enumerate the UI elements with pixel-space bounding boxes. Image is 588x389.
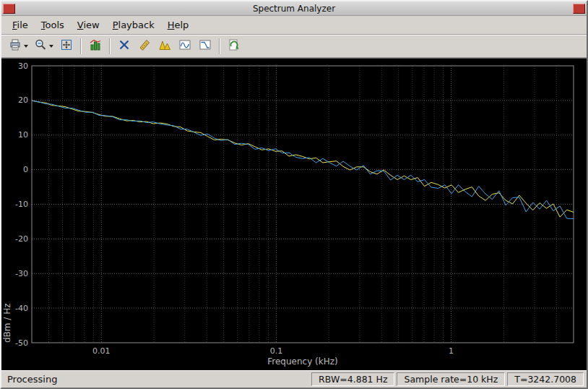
menu-playback-mnemonic: P bbox=[113, 20, 118, 30]
ccdf-curve-icon bbox=[199, 38, 212, 54]
svg-text:30: 30 bbox=[18, 61, 28, 71]
waveform-icon bbox=[178, 38, 191, 54]
distortion-measurements-button[interactable] bbox=[176, 37, 194, 56]
y-axis-label: dBm / Hz bbox=[2, 66, 12, 343]
menu-file-label: ile bbox=[17, 20, 28, 30]
menu-help-label: elp bbox=[174, 20, 189, 30]
menu-file[interactable]: File bbox=[6, 17, 35, 33]
cursor-x-icon bbox=[118, 38, 131, 54]
menu-tools-label: ools bbox=[46, 20, 64, 30]
menubar: File Tools View Playback Help bbox=[1, 16, 587, 35]
ccdf-measurements-button[interactable] bbox=[196, 37, 215, 56]
svg-text:0.1: 0.1 bbox=[270, 346, 283, 356]
window-title: Spectrum Analyzer bbox=[15, 4, 573, 14]
cursor-measurements-button[interactable] bbox=[115, 37, 134, 56]
svg-text:-10: -10 bbox=[15, 200, 28, 209]
menu-help[interactable]: Help bbox=[161, 17, 196, 33]
svg-text:-20: -20 bbox=[15, 234, 28, 244]
playback-export-button[interactable] bbox=[225, 37, 243, 56]
export-arrow-icon bbox=[228, 38, 241, 54]
menu-help-mnemonic: H bbox=[168, 20, 175, 30]
svg-text:0.01: 0.01 bbox=[92, 346, 111, 356]
peak-finder-button[interactable] bbox=[155, 37, 174, 56]
plot-area[interactable]: 3020100-10-20-30-40-500.010.11 bbox=[1, 59, 587, 370]
print-dropdown-caret[interactable] bbox=[24, 45, 28, 48]
close-button[interactable] bbox=[573, 4, 585, 14]
spectrum-settings-button[interactable] bbox=[86, 37, 105, 56]
zoom-dropdown-caret[interactable] bbox=[49, 45, 53, 48]
printer-icon bbox=[9, 38, 22, 54]
spectrum-settings-icon bbox=[89, 38, 102, 54]
svg-text:10: 10 bbox=[18, 130, 28, 140]
fit-to-view-icon bbox=[60, 38, 73, 54]
svg-text:20: 20 bbox=[18, 95, 28, 105]
rbw-indicator: RBW=4.881 Hz bbox=[311, 372, 394, 386]
x-axis-label: Frequency (kHz) bbox=[32, 356, 574, 367]
peak-finder-icon bbox=[158, 38, 171, 54]
print-button[interactable] bbox=[7, 37, 30, 56]
svg-text:0: 0 bbox=[23, 165, 28, 174]
svg-text:1: 1 bbox=[449, 346, 454, 356]
toolbar-separator bbox=[109, 38, 111, 54]
spectrum-analyzer-window: Spectrum Analyzer File Tools View Playba… bbox=[0, 0, 588, 389]
toolbar-separator bbox=[219, 38, 220, 54]
sample-rate-indicator: Sample rate=10 kHz bbox=[397, 372, 505, 386]
svg-text:-40: -40 bbox=[15, 304, 28, 313]
toolbar-separator bbox=[80, 38, 82, 54]
zoom-button[interactable] bbox=[32, 37, 56, 56]
toolbar bbox=[1, 35, 587, 58]
menu-view-label: iew bbox=[83, 20, 99, 30]
fit-to-view-button[interactable] bbox=[57, 37, 76, 56]
menu-playback-label: layback bbox=[118, 20, 155, 30]
menu-playback[interactable]: Playback bbox=[106, 17, 161, 33]
signal-statistics-button[interactable] bbox=[135, 37, 154, 56]
magnifier-icon bbox=[34, 38, 47, 54]
ruler-icon bbox=[138, 38, 151, 54]
time-indicator: T=3242.7008 bbox=[507, 372, 584, 386]
menu-tools[interactable]: Tools bbox=[35, 17, 71, 33]
plot-panel: 3020100-10-20-30-40-500.010.11 dBm / Hz … bbox=[1, 58, 587, 370]
statusbar: Processing RBW=4.881 Hz Sample rate=10 k… bbox=[1, 370, 587, 388]
titlebar[interactable]: Spectrum Analyzer bbox=[1, 1, 587, 16]
svg-text:-50: -50 bbox=[15, 338, 28, 348]
svg-text:-30: -30 bbox=[15, 269, 28, 278]
status-message: Processing bbox=[4, 374, 309, 385]
menu-view[interactable]: View bbox=[71, 17, 106, 33]
window-menu-button[interactable] bbox=[3, 4, 15, 14]
